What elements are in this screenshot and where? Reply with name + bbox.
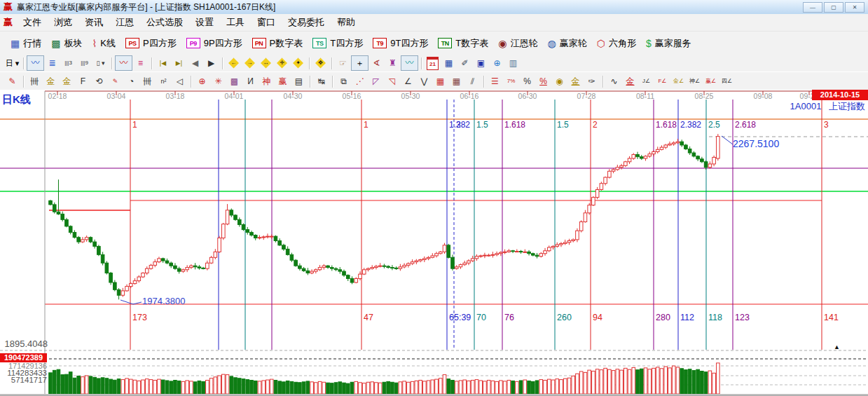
dense-grid-2-icon[interactable]: ▦: [448, 74, 464, 88]
toolbar-button-sectors[interactable]: ▩板块: [46, 35, 87, 52]
dense-grid-icon[interactable]: ▦: [432, 74, 448, 88]
toolbar-button-winner-service[interactable]: $赢家服务: [641, 35, 696, 52]
step-back-icon[interactable]: ◀: [187, 56, 203, 70]
toolbar-button-t-number-table[interactable]: TNT数字表: [433, 35, 493, 52]
toolbar-button-p9-square[interactable]: P99P四方形: [181, 35, 247, 52]
circle-cross-icon[interactable]: ⊕: [194, 74, 210, 88]
price-ladder-icon[interactable]: ☰: [487, 74, 503, 88]
hand-tool-icon[interactable]: ☞: [335, 56, 351, 70]
red-brush-icon[interactable]: ✎: [4, 74, 20, 88]
box-grid-icon[interactable]: ▩: [226, 74, 242, 88]
win-grid-icon[interactable]: 赢: [275, 74, 291, 88]
menu-item-3[interactable]: 江恩: [109, 15, 140, 30]
menu-item-6[interactable]: 工具: [220, 15, 251, 30]
width-measure-icon[interactable]: ↹: [313, 74, 329, 88]
percent-line-icon[interactable]: %: [535, 74, 551, 88]
step-forward-icon[interactable]: ▶: [203, 56, 219, 70]
toolbar-button-p-square[interactable]: PSP四方形: [120, 35, 181, 52]
close-button[interactable]: ✕: [845, 2, 864, 13]
free-draw-teal-icon[interactable]: 〰: [401, 55, 418, 71]
period-day-dropdown-icon[interactable]: 日 ▾: [4, 56, 20, 70]
toolbar-button-t-square[interactable]: TST四方形: [308, 35, 368, 52]
black-pen-icon[interactable]: ✑: [584, 74, 600, 88]
shen-grid-icon[interactable]: 神: [259, 74, 275, 88]
spiral-icon[interactable]: ⟲: [91, 74, 107, 88]
v-lines-icon[interactable]: ⋁: [416, 74, 432, 88]
zoom-in-icon[interactable]: ✛: [274, 56, 290, 70]
zoom-left-icon[interactable]: ←: [226, 56, 242, 70]
go-last-icon[interactable]: ▶|: [171, 56, 187, 70]
menu-item-0[interactable]: 文件: [17, 15, 48, 30]
fan-box-icon[interactable]: ◸: [368, 74, 384, 88]
menu-item-8[interactable]: 交易委托: [282, 15, 331, 30]
zoom-both-icon[interactable]: ↔: [258, 56, 274, 70]
percent-icon[interactable]: %: [519, 74, 535, 88]
angle-j-icon[interactable]: J∠: [638, 74, 654, 88]
free-draw-blue-icon[interactable]: 〰: [27, 55, 44, 71]
fan-lines-icon[interactable]: ⋰: [352, 74, 368, 88]
wave-tool-icon[interactable]: ∿: [606, 74, 622, 88]
slant-lines-icon[interactable]: ⫽: [464, 74, 481, 88]
toolbar-button-gann-wheel[interactable]: ◉江恩轮: [493, 35, 542, 52]
time-ruler-icon[interactable]: 卌: [139, 74, 156, 88]
menu-item-5[interactable]: 设置: [189, 15, 220, 30]
go-first-icon[interactable]: |◀: [155, 56, 171, 70]
f-square-icon[interactable]: F: [75, 74, 91, 88]
gold-circle-icon[interactable]: ◉: [551, 74, 567, 88]
calculator-icon[interactable]: ▦: [441, 56, 457, 70]
circle-ruler-icon[interactable]: ◔: [123, 74, 139, 88]
save-icon[interactable]: ▣: [473, 56, 489, 70]
angle-shen-icon[interactable]: 神∠: [687, 74, 703, 88]
gold-underline-icon[interactable]: 金: [622, 74, 638, 88]
gold-square-icon[interactable]: 金: [43, 74, 59, 88]
angle-f-icon[interactable]: F∠: [654, 74, 670, 88]
menu-item-1[interactable]: 浏览: [48, 15, 78, 30]
angle-measure-icon[interactable]: ∢: [368, 56, 385, 70]
chart-area[interactable]: 11731471.38265:3921.5701.618761.52602941…: [0, 90, 868, 396]
maximize-button[interactable]: ▢: [824, 2, 843, 13]
toolbar-button-winner-wheel[interactable]: ◍赢家轮: [543, 35, 592, 52]
menu-item-2[interactable]: 资讯: [78, 15, 109, 30]
candlestick-chart[interactable]: 11731471.38265:3921.5701.618761.52602941…: [0, 90, 868, 396]
bars-9-icon[interactable]: |||9: [76, 56, 92, 70]
menu-item-9[interactable]: 帮助: [331, 15, 361, 30]
h-ruler-icon[interactable]: 卌: [27, 74, 43, 88]
toolbar-button-t9-square[interactable]: T99T四方形: [368, 35, 433, 52]
candle-style-dropdown-icon[interactable]: ▯ ▾: [92, 56, 109, 70]
toolbar-button-p-number-table[interactable]: PNP数字表: [247, 35, 308, 52]
zoom-right-icon[interactable]: →: [242, 56, 258, 70]
angle-gold-icon[interactable]: 金∠: [670, 74, 687, 88]
volume-profile-icon[interactable]: ≡: [132, 56, 149, 70]
toolbar-button-hexagon[interactable]: ⬡六角形: [592, 35, 641, 52]
fan-grid-icon[interactable]: ◹: [384, 74, 400, 88]
scroll-triangle-icon[interactable]: ▲: [834, 343, 840, 350]
angle-four-icon[interactable]: 四∠: [719, 74, 735, 88]
crosshair-tool-icon[interactable]: ＋: [351, 55, 368, 71]
toolbar-button-quotes[interactable]: ▦行情: [6, 35, 46, 52]
gold-square-2-icon[interactable]: 金: [59, 74, 75, 88]
star-grid-icon[interactable]: ✳: [210, 74, 226, 88]
toolbar-button-kline[interactable]: ⌇K线: [87, 35, 120, 52]
pan-4way-icon[interactable]: ✥: [312, 56, 329, 70]
mirror-angle-icon[interactable]: ◁: [172, 74, 188, 88]
free-draw-red-icon[interactable]: 〰: [115, 55, 132, 71]
menu-item-7[interactable]: 窗口: [251, 15, 282, 30]
note-icon[interactable]: ≣: [44, 56, 60, 70]
percent-7-icon[interactable]: 7%: [503, 74, 519, 88]
angle-lines-icon[interactable]: ∠: [400, 74, 416, 88]
calendar-icon[interactable]: 21: [425, 56, 441, 70]
wave-mark-icon[interactable]: И: [242, 74, 259, 88]
bars-3-icon[interactable]: |||3: [60, 56, 76, 70]
minimize-button[interactable]: —: [803, 2, 822, 13]
n-square-icon[interactable]: n²: [156, 74, 172, 88]
box-tool-icon[interactable]: ⧉: [336, 74, 352, 88]
gold-line-icon[interactable]: 金: [567, 74, 584, 88]
memo-icon[interactable]: ✐: [457, 56, 473, 70]
remote-pc-icon[interactable]: ▥: [505, 56, 521, 70]
gann-crown-icon[interactable]: ♜: [385, 56, 401, 70]
angle-win-icon[interactable]: 赢∠: [703, 74, 719, 88]
web-sync-icon[interactable]: ⊕: [489, 56, 505, 70]
zoom-out-icon[interactable]: ✦: [290, 56, 306, 70]
ruler-123-icon[interactable]: ▤: [291, 74, 307, 88]
brush-ruler-icon[interactable]: ✎: [107, 74, 123, 88]
